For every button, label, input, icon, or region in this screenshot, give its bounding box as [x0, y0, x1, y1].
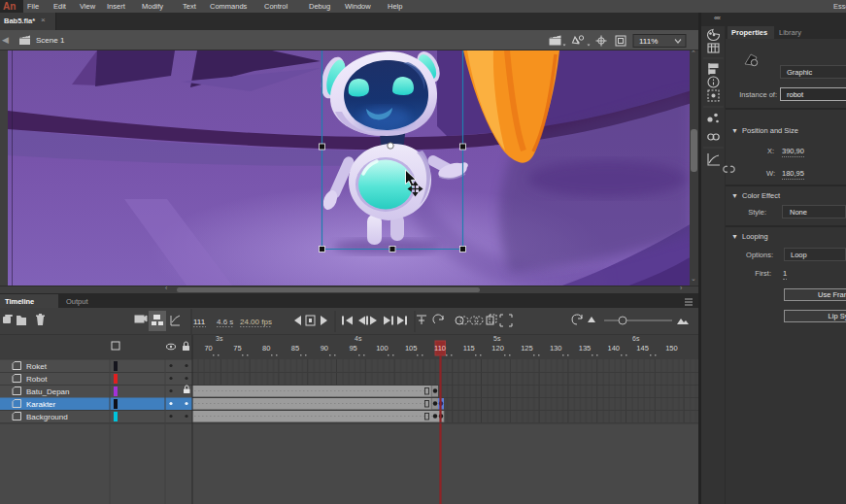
svg-text:24.00 fps: 24.00 fps	[240, 318, 272, 326]
svg-text:111%: 111%	[639, 37, 658, 46]
svg-text:115: 115	[463, 344, 475, 353]
svg-text:85: 85	[291, 344, 299, 353]
svg-text:4.6 s: 4.6 s	[217, 318, 233, 326]
svg-text:Timeline: Timeline	[5, 297, 34, 306]
svg-text:70: 70	[204, 344, 212, 353]
svg-text:120: 120	[491, 344, 504, 353]
svg-text:3s: 3s	[216, 335, 223, 342]
svg-text:100: 100	[376, 344, 389, 353]
svg-text:111: 111	[193, 318, 206, 326]
svg-text:145: 145	[636, 344, 649, 353]
svg-text:Robot: Robot	[26, 375, 48, 384]
svg-text:150: 150	[665, 344, 678, 353]
svg-text:6s: 6s	[632, 335, 640, 342]
svg-text:135: 135	[579, 344, 592, 353]
svg-text:Background: Background	[26, 413, 68, 421]
svg-text:5s: 5s	[493, 335, 501, 342]
svg-text:4s: 4s	[355, 335, 362, 342]
svg-text:140: 140	[608, 344, 621, 353]
svg-text:Batu_Depan: Batu_Depan	[26, 387, 69, 396]
svg-text:Roket: Roket	[26, 362, 48, 371]
svg-text:Output: Output	[66, 297, 88, 306]
svg-text:130: 130	[550, 344, 562, 353]
svg-text:90: 90	[321, 344, 328, 353]
svg-text:110: 110	[434, 344, 446, 353]
svg-text:95: 95	[349, 344, 356, 353]
svg-text:80: 80	[262, 344, 270, 353]
svg-text:Karakter: Karakter	[26, 400, 56, 409]
svg-text:75: 75	[233, 344, 241, 353]
svg-text:125: 125	[521, 344, 533, 353]
svg-text:105: 105	[405, 344, 418, 353]
